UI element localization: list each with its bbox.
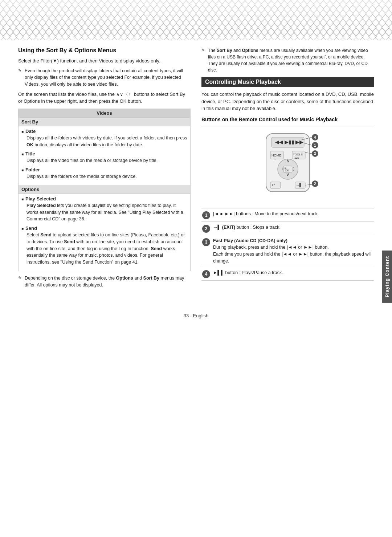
callout-row-1: 1 |◄◄ ►►| buttons : Move to the previous… — [201, 208, 374, 222]
folder-desc: Displays all the folders on the media or… — [21, 173, 187, 180]
callout-text-2: →▌ (EXIT) button : Stops a track. — [213, 224, 373, 231]
page-footer: 33 - English — [0, 306, 392, 322]
date-title: Date — [21, 129, 187, 134]
callout-row-4: 4 ►▌▌ button : Plays/Pause a track. — [201, 267, 374, 281]
remote-control-svg: ◀◀ ▶▮▮ ▶▶ HOME ⌂ TOOLS 123 ∧ — [248, 130, 328, 203]
title-desc: Displays all the video files on the medi… — [21, 157, 187, 164]
folder-item: Folder Displays all the folders on the m… — [21, 167, 187, 180]
options-body: Play Selected Play Selected lets you cre… — [19, 194, 190, 271]
svg-text:▶▶: ▶▶ — [295, 139, 303, 145]
svg-text:3: 3 — [314, 152, 316, 156]
callout-num-1: 1 — [202, 211, 210, 219]
sort-note1: Even though the product will display fol… — [18, 68, 191, 88]
svg-text:OK: OK — [285, 169, 289, 172]
videos-table: Videos Sort By Date Displays all the fol… — [18, 109, 191, 271]
svg-text:〈: 〈 — [279, 166, 284, 172]
folder-title: Folder — [21, 167, 187, 172]
svg-text:2: 2 — [314, 182, 316, 186]
title-item: Title Displays all the video files on th… — [21, 151, 187, 164]
side-tab: Playing Content — [382, 251, 392, 303]
callout-text-3: Fast Play (Audio CD [CD-DA] only) During… — [213, 237, 373, 265]
title-title: Title — [21, 151, 187, 156]
play-selected-item: Play Selected Play Selected lets you cre… — [21, 196, 187, 223]
page-label: - English — [190, 313, 209, 318]
sort-options-title: Using the Sort By & Options Menus — [18, 47, 191, 54]
play-selected-title: Play Selected — [21, 196, 187, 202]
svg-text:◀◀: ◀◀ — [275, 139, 283, 145]
page-number: 33 — [184, 313, 189, 318]
table-body: Date Displays all the folders with video… — [19, 126, 190, 185]
music-playback-title: Controlling Music Playback — [201, 77, 374, 87]
callout-row-2: 2 →▌ (EXIT) button : Stops a track. — [201, 222, 374, 235]
table-header: Videos — [19, 109, 190, 118]
play-selected-desc: Play Selected lets you create a playlist… — [21, 202, 187, 223]
music-playback-intro: You can control the playback of music co… — [201, 91, 374, 112]
header-pattern — [0, 0, 392, 40]
send-desc: Select Send to upload selected files to … — [21, 232, 187, 266]
date-desc: Displays all the folders with videos by … — [21, 135, 187, 149]
svg-text:→▌: →▌ — [296, 183, 302, 188]
svg-text:4: 4 — [314, 135, 316, 139]
callout-text-4: ►▌▌ button : Plays/Pause a track. — [213, 269, 373, 276]
callout-num-4: 4 — [202, 270, 210, 278]
svg-text:123: 123 — [294, 156, 299, 159]
svg-text:1: 1 — [314, 143, 316, 147]
nav-text: On the screen that lists the video files… — [18, 91, 191, 105]
sort-note2: Depending on the disc or storage device,… — [18, 275, 191, 289]
send-title: Send — [21, 225, 187, 231]
send-item: Send Select Send to upload selected file… — [21, 225, 187, 266]
table-sortby-header: Sort By — [19, 118, 190, 126]
remote-image-wrapper: ◀◀ ▶▮▮ ▶▶ HOME ⌂ TOOLS 123 ∧ — [201, 130, 374, 203]
svg-text:〉: 〉 — [293, 166, 297, 172]
right-column: The Sort By and Options menus are usuall… — [201, 47, 374, 291]
svg-text:↩: ↩ — [272, 183, 275, 187]
callout-row-3: 3 Fast Play (Audio CD [CD-DA] only) Duri… — [201, 235, 374, 267]
sortby-note: The Sort By and Options menus are usuall… — [201, 47, 374, 73]
sort-intro: Select the Filter(▼) function, and then … — [18, 57, 191, 65]
remote-buttons-title: Buttons on the Remote Control used for M… — [201, 117, 374, 122]
svg-text:⌂: ⌂ — [274, 158, 275, 160]
svg-text:▶▮▮: ▶▮▮ — [285, 139, 294, 145]
divider1 — [201, 126, 374, 126]
callout-num-3: 3 — [202, 238, 210, 246]
svg-text:HOME: HOME — [271, 154, 281, 157]
callout-table: 1 |◄◄ ►►| buttons : Move to the previous… — [201, 208, 374, 281]
svg-text:∧: ∧ — [286, 158, 290, 163]
options-subheader: Options — [19, 185, 190, 194]
callout-num-2: 2 — [202, 225, 210, 233]
svg-text:TOOLS: TOOLS — [293, 153, 303, 156]
callout-text-1: |◄◄ ►►| buttons : Move to the previous/n… — [213, 211, 373, 217]
date-item: Date Displays all the folders with video… — [21, 129, 187, 149]
left-column: Using the Sort By & Options Menus Select… — [18, 47, 191, 291]
